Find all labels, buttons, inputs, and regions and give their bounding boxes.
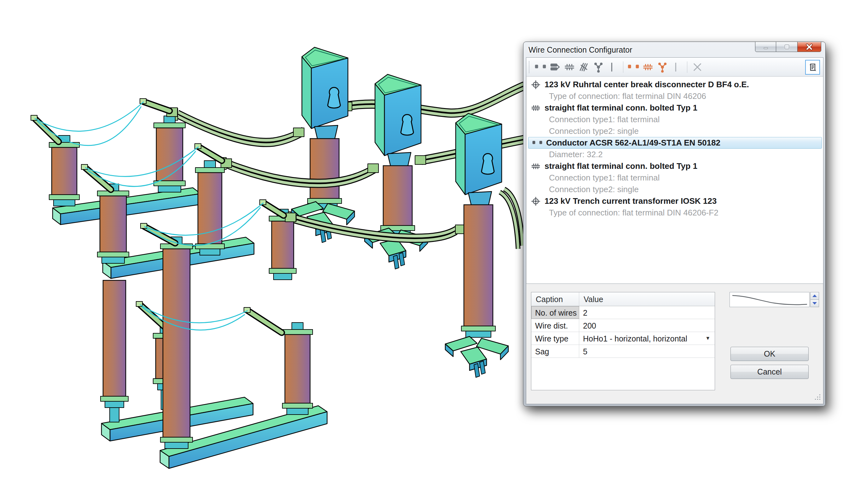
flat-terminal-icon-cell (531, 161, 542, 171)
dropdown-arrow-icon[interactable]: ▼ (705, 335, 710, 341)
resize-grip[interactable] (814, 394, 821, 402)
properties-list-icon (808, 63, 817, 72)
device-icon (531, 80, 541, 90)
arrow-down-icon (813, 302, 817, 305)
toolbar-separator (623, 61, 624, 73)
conductor-icon (532, 138, 542, 148)
minimize-button[interactable] (755, 42, 776, 52)
bracket-icon (607, 61, 619, 73)
bracket-icon (671, 61, 683, 73)
dialog-titlebar[interactable]: Wire Connection Configurator (524, 42, 825, 57)
application-window: Wire Connection Configurator (0, 0, 860, 504)
maximize-button[interactable] (776, 42, 797, 52)
properties-panel-toggle-button[interactable] (805, 60, 820, 75)
property-row[interactable]: No. of wires2 (531, 306, 715, 319)
delete-icon (692, 61, 703, 73)
stranded-wire-tool-button[interactable] (577, 60, 591, 74)
ok-button[interactable]: OK (730, 347, 808, 361)
device-icon-cell (531, 80, 542, 90)
y-branch-icon (657, 61, 668, 73)
list-item[interactable]: Connection type2: single (527, 125, 823, 137)
close-icon (805, 43, 813, 51)
arrow-up-icon (813, 294, 817, 297)
list-item-label: Connection type2: single (549, 126, 639, 136)
list-item[interactable]: Type of connection: flat terminal DIN 46… (527, 207, 823, 219)
conductor-icon (535, 61, 546, 73)
connection-list[interactable]: 123 kV Ruhrtal center break disconnecter… (527, 77, 823, 284)
cancel-button[interactable]: Cancel (730, 365, 808, 379)
spinner-down-button[interactable] (810, 300, 819, 307)
property-row[interactable]: Sag5 (531, 345, 715, 358)
list-item-label: straight flat terminal conn. bolted Typ … (545, 161, 698, 171)
column-header-caption[interactable]: Caption (531, 292, 579, 306)
toolbar (526, 58, 823, 76)
flat-terminal-icon (642, 61, 654, 73)
sag-curve-preview (730, 292, 809, 307)
property-caption[interactable]: Wire dist. (531, 319, 579, 332)
property-value[interactable]: 2 (579, 306, 715, 319)
maximize-icon (784, 43, 790, 51)
clamp-tool-button[interactable] (548, 60, 562, 74)
device-icon-cell (531, 196, 542, 206)
sag-curve-icon (730, 292, 809, 307)
flat-terminal-icon-cell (531, 103, 542, 113)
y-branch-tool-button[interactable] (591, 60, 606, 74)
property-table-header: Caption Value (531, 292, 715, 306)
list-item[interactable]: Type of connection: flat terminal DIN 46… (527, 90, 823, 102)
list-item[interactable]: 123 kV Trench current transformer IOSK 1… (527, 195, 823, 207)
flat-terminal-tool-active-button[interactable] (641, 60, 655, 74)
property-value-text: 200 (583, 321, 596, 330)
list-item-label: Conductor ACSR 562-AL1/49-ST1A EN 50182 (546, 138, 720, 148)
toolbar-grip[interactable] (529, 61, 531, 73)
property-value-dropdown[interactable]: HoHo1 - horizontal, horizontal▼ (579, 332, 715, 345)
list-item[interactable]: Connection type1: flat terminal (527, 114, 823, 125)
toolbar-separator (687, 61, 687, 73)
dialog-title: Wire Connection Configurator (529, 45, 632, 55)
clamp-icon (549, 61, 561, 73)
list-item[interactable]: Connection type2: single (527, 184, 823, 195)
list-item[interactable]: Conductor ACSR 562-AL1/49-ST1A EN 50182 (528, 137, 822, 149)
list-item[interactable]: Connection type1: flat terminal (527, 172, 823, 184)
spacer-tool-2-button[interactable] (670, 60, 684, 74)
bottom-panel: Caption Value No. of wires2Wire dist.200… (526, 284, 823, 404)
list-item-label: Connection type2: single (549, 185, 639, 195)
list-item-label: Type of connection: flat terminal DIN 46… (549, 91, 706, 101)
property-caption[interactable]: Wire type (531, 332, 579, 345)
flat-terminal-icon (531, 161, 541, 171)
close-button[interactable] (797, 42, 821, 52)
device-icon (531, 196, 541, 206)
list-item-label: straight flat terminal conn. bolted Typ … (545, 103, 698, 113)
list-item[interactable]: Diameter: 32.2 (527, 149, 823, 160)
list-item[interactable]: straight flat terminal conn. bolted Typ … (527, 160, 823, 172)
conductor-tool-button[interactable] (533, 60, 548, 74)
list-item-label: Connection type1: flat terminal (549, 115, 660, 125)
property-value[interactable]: 5 (579, 345, 715, 358)
column-header-value[interactable]: Value (579, 292, 603, 306)
property-row[interactable]: Wire typeHoHo1 - horizontal, horizontal▼ (531, 332, 715, 345)
list-item-label: 123 kV Trench current transformer IOSK 1… (545, 196, 717, 206)
spinner-up-button[interactable] (810, 292, 819, 300)
substation-equipment (31, 47, 524, 469)
property-value-text: 5 (583, 347, 587, 356)
wire-connection-configurator-dialog: Wire Connection Configurator (523, 42, 826, 406)
conductor-icon (628, 61, 639, 73)
conductor-tool-active-button[interactable] (626, 60, 641, 74)
property-table[interactable]: Caption Value No. of wires2Wire dist.200… (531, 292, 715, 390)
window-controls (755, 42, 821, 52)
flat-terminal-tool-button[interactable] (562, 60, 577, 74)
property-row[interactable]: Wire dist.200 (531, 319, 715, 332)
property-caption[interactable]: No. of wires (531, 306, 579, 319)
list-item-label: Connection type1: flat terminal (549, 173, 660, 183)
list-item[interactable]: 123 kV Ruhrtal center break disconnecter… (527, 79, 823, 90)
y-branch-icon (593, 61, 604, 73)
property-value[interactable]: 200 (579, 319, 715, 332)
list-item-label: Diameter: 32.2 (549, 149, 603, 159)
delete-tool-button[interactable] (690, 60, 705, 74)
property-value-text: 2 (583, 308, 587, 317)
list-item[interactable]: straight flat terminal conn. bolted Typ … (527, 102, 823, 114)
y-branch-tool-active-button[interactable] (655, 60, 670, 74)
property-caption[interactable]: Sag (531, 345, 579, 358)
spacer-tool-button[interactable] (606, 60, 620, 74)
list-item-label: 123 kV Ruhrtal center break disconnecter… (545, 80, 749, 89)
conductor-icon-cell (532, 138, 544, 148)
